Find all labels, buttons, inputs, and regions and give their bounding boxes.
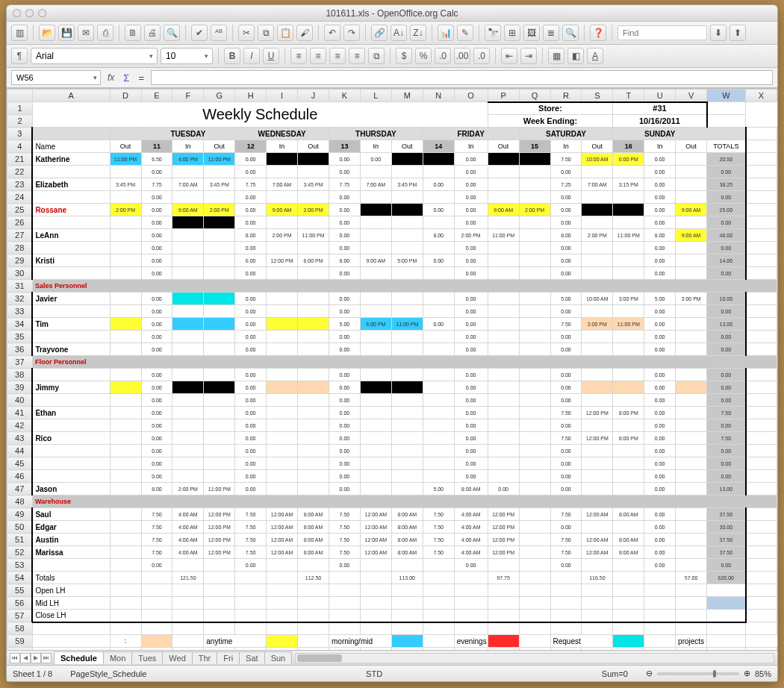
col-header-W[interactable]: W <box>707 90 746 102</box>
cell-P23[interactable] <box>488 178 519 191</box>
cell-P45[interactable] <box>488 457 519 470</box>
cell-V29[interactable] <box>676 254 707 267</box>
cell-I51[interactable]: 12:00 AM <box>267 534 298 546</box>
cell-U30[interactable]: 0.00 <box>644 267 676 280</box>
cell-E47[interactable]: 8.00 <box>141 483 172 495</box>
underline-icon[interactable]: U <box>263 48 279 64</box>
cell-V25[interactable]: 9:00 AM <box>676 204 707 216</box>
cell-T21[interactable]: 6:00 PM <box>613 153 644 166</box>
cell-U42[interactable]: 0.00 <box>644 419 676 432</box>
formula-input[interactable] <box>151 70 773 85</box>
cell-M23[interactable]: 3:45 PM <box>391 178 423 191</box>
cell-W32[interactable]: 10.00 <box>707 293 746 305</box>
cell-O42[interactable]: 0.00 <box>454 419 488 432</box>
cell-O44[interactable]: 0.00 <box>454 445 488 457</box>
cell-G30[interactable] <box>204 267 235 280</box>
cell-T26[interactable] <box>613 216 644 229</box>
cell-P43[interactable] <box>488 432 519 445</box>
cell-N41[interactable] <box>423 407 454 419</box>
copy-icon[interactable]: ⧉ <box>258 25 274 41</box>
cell-X25[interactable] <box>746 204 777 216</box>
cell-K27[interactable]: 0.00 <box>329 229 360 242</box>
cell-J28[interactable] <box>298 242 329 254</box>
cell-R21[interactable]: 7.50 <box>550 153 582 166</box>
cell-T46[interactable] <box>613 470 644 483</box>
cell-K21[interactable]: 0.00 <box>329 153 360 166</box>
cell-F43[interactable] <box>172 432 204 445</box>
cell-G42[interactable] <box>204 419 235 432</box>
cell-X40[interactable] <box>746 394 777 407</box>
cell-I40[interactable] <box>267 394 298 407</box>
cell-Q21[interactable] <box>519 153 550 166</box>
cell-O36[interactable]: 0.00 <box>454 343 488 356</box>
cell-K32[interactable]: 0.00 <box>329 293 360 305</box>
cell-P40[interactable] <box>488 394 519 407</box>
cell-V24[interactable] <box>676 191 707 204</box>
cell-K43[interactable]: 0.00 <box>329 432 360 445</box>
cell-E36[interactable]: 0.00 <box>141 343 172 356</box>
cell-S25[interactable] <box>582 204 613 216</box>
cell-U32[interactable]: 5.00 <box>644 293 676 305</box>
cell-M30[interactable] <box>391 267 423 280</box>
find-prev-icon[interactable]: ⬆ <box>729 25 746 41</box>
cell-W40[interactable]: 0.00 <box>707 394 746 407</box>
cell-W45[interactable]: 0.00 <box>707 457 746 470</box>
cell-F39[interactable] <box>172 381 204 394</box>
col-header-R[interactable]: R <box>550 90 582 102</box>
cell-T51[interactable]: 8:00 AM <box>613 534 644 546</box>
cell-N23[interactable]: 0.00 <box>423 178 454 191</box>
cell-T34[interactable]: 11:00 PM <box>613 318 644 331</box>
cell-I43[interactable] <box>267 432 298 445</box>
cell-S46[interactable] <box>582 470 613 483</box>
cell-H49[interactable]: 7.50 <box>235 508 267 521</box>
cell-G46[interactable] <box>204 470 235 483</box>
col-header-I[interactable]: I <box>267 90 298 102</box>
cell-K53[interactable]: 0.00 <box>329 559 360 572</box>
cell-G53[interactable] <box>204 559 235 572</box>
cell-L53[interactable] <box>360 559 391 572</box>
cell-D47[interactable] <box>110 483 141 495</box>
cell-F51[interactable]: 4:00 AM <box>172 534 204 546</box>
cell-O53[interactable]: 0.00 <box>454 559 488 572</box>
cell-T50[interactable] <box>613 521 644 534</box>
cell-L23[interactable]: 7:00 AM <box>360 178 391 191</box>
cell-A44[interactable] <box>32 445 110 457</box>
cell-R38[interactable]: 0.00 <box>550 369 582 381</box>
cell-O32[interactable]: 0.00 <box>454 293 488 305</box>
cell-S42[interactable] <box>582 419 613 432</box>
cell-M27[interactable] <box>391 229 423 242</box>
cell-M26[interactable] <box>391 216 423 229</box>
cell-H41[interactable]: 0.00 <box>235 407 267 419</box>
new-doc-icon[interactable]: ▥ <box>11 25 28 41</box>
cell-N30[interactable] <box>423 267 454 280</box>
cell-X41[interactable] <box>746 407 777 419</box>
cell-F38[interactable] <box>172 369 204 381</box>
cell-P41[interactable] <box>488 407 519 419</box>
cell-N36[interactable] <box>423 343 454 356</box>
cell-D21[interactable]: 11:00 PM <box>110 153 141 166</box>
cell-Q46[interactable] <box>519 470 550 483</box>
cell-X43[interactable] <box>746 432 777 445</box>
cell-V34[interactable] <box>676 318 707 331</box>
cell-N45[interactable] <box>423 457 454 470</box>
cell-M42[interactable] <box>391 419 423 432</box>
cell-G24[interactable] <box>204 191 235 204</box>
sheet-tab-schedule[interactable]: Schedule <box>54 651 104 664</box>
cell-L38[interactable] <box>360 369 391 381</box>
col-header-V[interactable]: V <box>676 90 707 102</box>
cell-E24[interactable]: 0.00 <box>141 191 172 204</box>
gallery-icon[interactable]: 🖼 <box>523 25 540 41</box>
col-header-L[interactable]: L <box>360 90 391 102</box>
cell-E22[interactable]: 0.00 <box>141 166 172 178</box>
week-value[interactable]: 10/16/2011 <box>613 115 707 128</box>
cell-Q30[interactable] <box>519 267 550 280</box>
cell-O43[interactable]: 0.00 <box>454 432 488 445</box>
cell-T27[interactable]: 11:00 PM <box>613 229 644 242</box>
cell-N49[interactable]: 7.50 <box>423 508 454 521</box>
cell-W49[interactable]: 37.50 <box>707 508 746 521</box>
cell-D28[interactable] <box>110 242 141 254</box>
cell-Q52[interactable] <box>519 546 550 559</box>
cell-A23[interactable]: Elizabeth <box>32 178 110 191</box>
cell-R34[interactable]: 7.50 <box>550 318 582 331</box>
cell-V30[interactable] <box>676 267 707 280</box>
